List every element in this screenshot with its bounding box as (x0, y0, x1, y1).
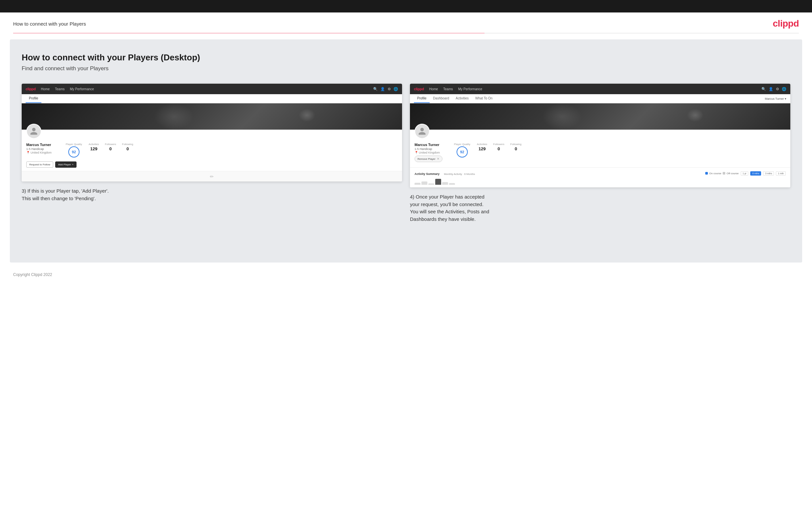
hero-overlay-2 (410, 103, 790, 130)
plus-icon: + (72, 163, 73, 166)
search-icon[interactable]: 🔍 (373, 87, 378, 91)
mock-browser-2: clippd Home Teams My Performance 🔍 👤 ⚙ 🌐 (410, 84, 790, 187)
legend: On course Off course (705, 172, 739, 175)
avatar-1 (26, 124, 41, 139)
scroll-icon-1: ✏ (210, 174, 214, 179)
quality-wrap-2: Player Quality 92 (454, 143, 470, 158)
player-handicap-2: 1-5 Handicap (414, 147, 447, 151)
screenshots-row: clippd Home Teams My Performance 🔍 👤 ⚙ 🌐… (22, 84, 790, 223)
oncourse-label: On course (709, 172, 721, 175)
avatar-icon-2 (418, 127, 426, 135)
request-follow-btn[interactable]: Request to Follow (26, 161, 53, 168)
activity-header: Activity Summary Monthly Activity · 6 Mo… (414, 170, 786, 176)
globe-icon[interactable]: 🌐 (394, 87, 398, 91)
profile-left-2: Marcus Turner 1-5 Handicap 📍 United King… (414, 143, 447, 162)
add-player-btn[interactable]: Add Player + (55, 161, 77, 168)
stat-followers-1: Followers 0 (105, 143, 116, 151)
activity-filters: On course Off course 1 yr 6 mths 3 mths … (705, 171, 786, 176)
quality-label-2: Player Quality (454, 143, 470, 146)
stat-group-2: Activities 129 Followers 0 Following 0 (477, 143, 522, 151)
avatar-icon-1 (30, 127, 38, 135)
player-name-1: Marcus Turner (26, 143, 59, 147)
page-header-title: How to connect with your Players (13, 21, 86, 26)
main-subtitle: Find and connect with your Players (22, 65, 790, 72)
filter-1yr[interactable]: 1 yr (741, 171, 749, 176)
main-title: How to connect with your Players (Deskto… (22, 53, 790, 63)
clippd-logo: clippd (773, 18, 799, 29)
settings-icon-2[interactable]: ⚙ (776, 87, 779, 91)
stat-following-1: Following 0 (122, 143, 133, 151)
mock-browser-1: clippd Home Teams My Performance 🔍 👤 ⚙ 🌐… (22, 84, 402, 181)
location-icon-2: 📍 (414, 151, 418, 154)
quality-wrap-1: Player Quality 92 (66, 143, 82, 158)
mock-hero-2 (410, 103, 790, 130)
tab-activities-2[interactable]: Activities (452, 94, 472, 103)
quality-label-1: Player Quality (66, 143, 82, 146)
player-location-2: 📍 United Kingdom (414, 151, 447, 154)
user-icon-2[interactable]: 👤 (769, 87, 773, 91)
screenshot-block-2: clippd Home Teams My Performance 🔍 👤 ⚙ 🌐 (410, 84, 790, 223)
nav-teams-2[interactable]: Teams (443, 87, 453, 91)
mock-tabs-1: Profile (22, 94, 402, 103)
header-divider (13, 33, 799, 34)
remove-x-icon: ✕ (437, 157, 440, 161)
nav-logo-2: clippd (414, 87, 424, 91)
activity-labels: Activity Summary Monthly Activity · 6 Mo… (414, 170, 475, 176)
offcourse-legend-dot (723, 172, 725, 175)
nav-myperformance-2[interactable]: My Performance (458, 87, 482, 91)
top-bar (0, 0, 812, 12)
profile-info-row-2: Marcus Turner 1-5 Handicap 📍 United King… (414, 142, 786, 164)
bar-6 (449, 183, 455, 185)
tab-dashboard-2[interactable]: Dashboard (429, 94, 452, 103)
bar-2 (421, 181, 427, 185)
nav-myperformance-1[interactable]: My Performance (70, 87, 94, 91)
oncourse-legend-dot (705, 172, 708, 175)
nav-teams-1[interactable]: Teams (55, 87, 64, 91)
quality-circle-1: 92 (68, 146, 80, 158)
mock-nav-2: clippd Home Teams My Performance 🔍 👤 ⚙ 🌐 (410, 84, 790, 94)
mock-nav-1: clippd Home Teams My Performance 🔍 👤 ⚙ 🌐 (22, 84, 402, 94)
page-footer: Copyright Clippd 2022 (0, 269, 812, 281)
user-icon[interactable]: 👤 (380, 87, 385, 91)
filter-1mth[interactable]: 1 mth (776, 171, 786, 176)
desc-step3: 3) If this is your Player tap, 'Add Play… (22, 187, 402, 202)
search-icon-2[interactable]: 🔍 (761, 87, 766, 91)
avatar-2 (414, 124, 429, 139)
player-handicap-1: 1-5 Handicap (26, 147, 59, 151)
mock-profile-2: Marcus Turner 1-5 Handicap 📍 United King… (410, 130, 790, 167)
activity-summary: Activity Summary Monthly Activity · 6 Mo… (410, 167, 790, 187)
nav-logo-1: clippd (26, 87, 36, 91)
tab-profile-1[interactable]: Profile (26, 94, 41, 103)
screenshot-block-1: clippd Home Teams My Performance 🔍 👤 ⚙ 🌐… (22, 84, 402, 223)
mock-tabs-2: Profile Dashboard Activities What To On … (410, 94, 790, 103)
mock-buttons-1: Request to Follow Add Player + (26, 161, 398, 168)
remove-player-btn[interactable]: Remove Player ✕ (414, 156, 443, 162)
mock-profile-1: Marcus Turner 1-5 Handicap 📍 United King… (22, 130, 402, 171)
player-location-1: 📍 United Kingdom (26, 151, 59, 154)
profile-info-row-1: Marcus Turner 1-5 Handicap 📍 United King… (26, 142, 398, 160)
tab-whattoon-2[interactable]: What To On (472, 94, 496, 103)
stat-activities-2: Activities 129 (477, 143, 488, 151)
hero-overlay-1 (22, 103, 402, 130)
filter-6mths[interactable]: 6 mths (750, 171, 761, 176)
settings-icon[interactable]: ⚙ (388, 87, 391, 91)
page-header: How to connect with your Players clippd (0, 12, 812, 33)
nav-icons-1: 🔍 👤 ⚙ 🌐 (373, 87, 398, 91)
mock-hero-1 (22, 103, 402, 130)
location-icon: 📍 (26, 151, 30, 154)
filter-3mths[interactable]: 3 mths (763, 171, 774, 176)
stat-following-2: Following 0 (510, 143, 522, 151)
activity-chart (414, 178, 786, 185)
stat-group-1: Activities 129 Followers 0 Following 0 (89, 143, 133, 151)
tabs-left-2: Profile Dashboard Activities What To On (414, 94, 496, 103)
nav-home-2[interactable]: Home (429, 87, 438, 91)
profile-left-1: Marcus Turner 1-5 Handicap 📍 United King… (26, 143, 59, 154)
desc-step4: 4) Once your Player has acceptedyour req… (410, 193, 790, 223)
bar-4 (435, 179, 441, 185)
bar-5 (442, 182, 448, 185)
nav-home-1[interactable]: Home (41, 87, 50, 91)
globe-icon-2[interactable]: 🌐 (782, 87, 786, 91)
copyright: Copyright Clippd 2022 (13, 272, 52, 277)
player-dropdown[interactable]: Marcus Turner ▾ (765, 95, 786, 103)
tab-profile-2[interactable]: Profile (414, 94, 429, 103)
